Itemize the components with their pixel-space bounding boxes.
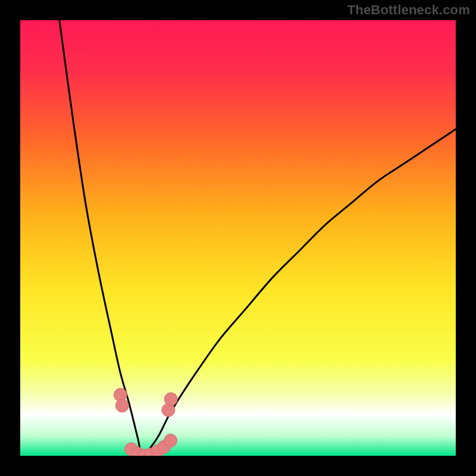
chart-svg	[20, 20, 456, 456]
data-marker	[164, 393, 177, 406]
chart-frame: TheBottleneck.com	[0, 0, 476, 476]
plot-area	[20, 20, 456, 456]
data-marker	[164, 434, 177, 447]
attribution-text: TheBottleneck.com	[347, 2, 470, 18]
data-marker	[115, 399, 129, 412]
gradient-background	[20, 20, 456, 456]
